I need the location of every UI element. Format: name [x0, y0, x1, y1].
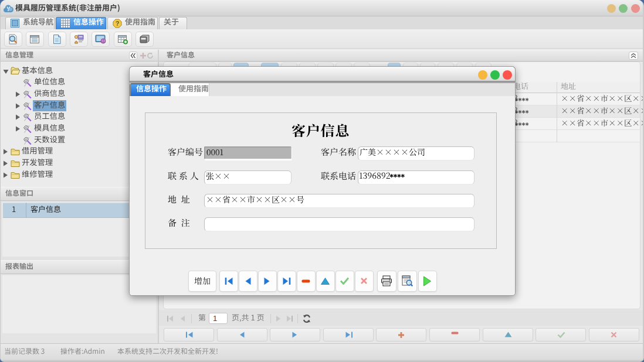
svg-text:?: ? [116, 20, 120, 27]
